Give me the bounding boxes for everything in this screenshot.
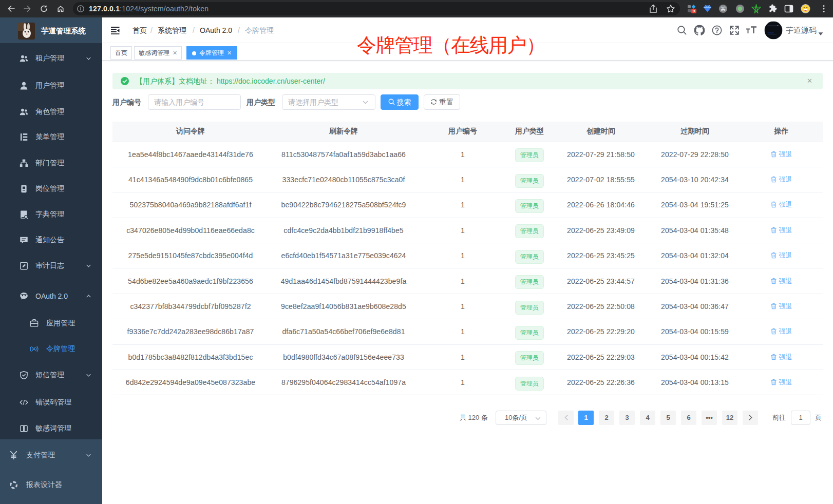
svg-text:A: A bbox=[33, 347, 35, 351]
svg-text:⌘: ⌘ bbox=[721, 6, 726, 12]
svg-text:9: 9 bbox=[693, 9, 695, 13]
